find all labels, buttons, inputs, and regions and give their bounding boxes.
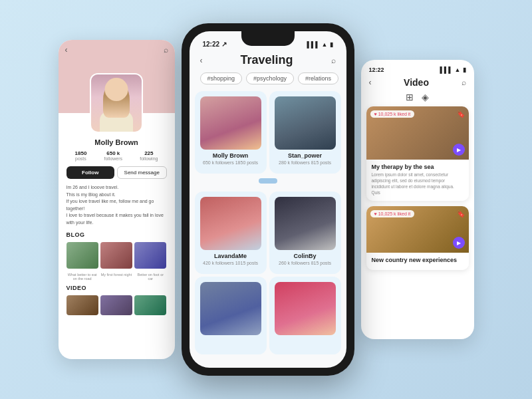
video-back-icon[interactable]: ‹ xyxy=(369,78,372,87)
blog-thumb-2[interactable] xyxy=(100,242,132,269)
posts-label: posts xyxy=(75,156,87,161)
profile-card-colin[interactable]: ColinBy 260 k followers 815 posts xyxy=(269,192,341,274)
video-row xyxy=(66,295,167,315)
blog-grid xyxy=(66,242,167,269)
followers-label: followers xyxy=(104,156,122,161)
blog-section-title: BLOG xyxy=(66,231,167,238)
video-info-1: My therapy by the sea Lorem ipsum dolor … xyxy=(366,160,469,201)
traveling-title: Traveling xyxy=(240,53,293,67)
molly-name: Molly Brown xyxy=(200,152,261,159)
video-thumb-desert: ♥ 10,025 k liked it 🔖 ▶ xyxy=(366,206,469,253)
molly-img xyxy=(200,96,261,150)
video-icons-row: ⊞ ◈ xyxy=(361,92,474,106)
hashtag-relations[interactable]: #relations xyxy=(298,72,338,84)
follow-button[interactable]: Follow xyxy=(66,166,115,179)
following-stat: 225 following xyxy=(140,150,158,161)
video-thumb-1[interactable] xyxy=(66,295,98,315)
grid-icon[interactable]: ⊞ xyxy=(406,92,414,102)
status-time: 12:22 ↗ xyxy=(203,41,227,48)
lavanda-stats: 420 k followers 1015 posts xyxy=(200,261,261,265)
profile-header: ‹ ⌕ xyxy=(59,40,175,113)
stan-stats: 280 k followers 815 posts xyxy=(275,160,336,165)
stan-name: Stan_power xyxy=(275,152,336,159)
stan-img xyxy=(275,96,336,150)
profile-card-5[interactable]: — xyxy=(195,277,267,354)
blog-caption-2: My first forest night xyxy=(100,273,132,281)
bookmark-icon-2[interactable]: 🔖 xyxy=(457,210,465,217)
profile-card-molly[interactable]: Molly Brown 650 k followers 1850 posts xyxy=(195,91,267,174)
gift-icon[interactable]: ◈ xyxy=(422,92,429,102)
video-nav: ‹ Video ⌕ xyxy=(361,76,474,92)
traveling-header: ‹ Traveling ⌕ xyxy=(190,51,346,72)
following-count: 225 xyxy=(140,150,158,156)
v-signal-icon: ▌▌▌ xyxy=(440,66,452,73)
posts-count: 1850 xyxy=(75,150,87,156)
video-time: 12:22 xyxy=(369,66,384,73)
video-card-title-2: New country new experiences xyxy=(372,257,464,263)
video-thumb-2[interactable] xyxy=(100,295,132,315)
traveling-search-icon[interactable]: ⌕ xyxy=(331,56,336,65)
blog-captions: What better to eat on the road My first … xyxy=(66,273,167,281)
video-likes-1: ♥ 10,025 k liked it xyxy=(370,110,415,118)
profile-stats: 1850 posts 650 k followers 225 following xyxy=(66,150,167,161)
video-thumb-3[interactable] xyxy=(134,295,166,315)
traveling-back-icon[interactable]: ‹ xyxy=(200,56,203,65)
toggle-row xyxy=(195,176,341,186)
video-info-2: New country new experiences xyxy=(366,253,469,270)
video-status-icons: ▌▌▌ ▲ ▮ xyxy=(440,66,466,73)
video-card-desc-1: Lorem ipsum dolor sit amet, consectetur … xyxy=(372,172,464,196)
status-icons: ▌▌▌ ▲ ▮ xyxy=(307,41,332,48)
molly-stats: 650 k followers 1850 posts xyxy=(200,160,261,165)
phone-notch xyxy=(241,31,295,46)
scroll-indicator xyxy=(259,178,277,184)
message-button[interactable]: Send message xyxy=(117,166,167,179)
profile-card-stan[interactable]: Stan_power 280 k followers 815 posts xyxy=(269,91,341,174)
traveling-screen: 12:22 ↗ ▌▌▌ ▲ ▮ ‹ Traveling ⌕ #shopping … xyxy=(190,31,346,368)
back-icon[interactable]: ‹ xyxy=(65,45,68,55)
heart-icon-1: ♥ xyxy=(374,112,377,116)
video-card-1[interactable]: ♥ 10,025 k liked it 🔖 ▶ My therapy by th… xyxy=(366,106,469,201)
hashtag-psychology[interactable]: #psychology xyxy=(246,72,294,84)
profile-screen: ‹ ⌕ Molly Brown 1850 posts xyxy=(59,40,175,359)
colin-name: ColinBy xyxy=(275,253,336,259)
video-title: Video xyxy=(404,77,429,88)
followers-count: 650 k xyxy=(104,150,122,156)
hashtag-shopping[interactable]: #shopping xyxy=(200,72,243,84)
signal-icon: ▌▌▌ xyxy=(307,41,319,48)
video-card-title-1: My therapy by the sea xyxy=(372,164,464,170)
following-label: following xyxy=(140,156,158,161)
profile-actions: Follow Send message xyxy=(66,166,167,179)
colin-stats: 260 k followers 815 posts xyxy=(275,261,336,265)
wifi-icon: ▲ xyxy=(322,41,328,48)
colin-img xyxy=(275,197,336,250)
profile-card-6[interactable]: — xyxy=(269,277,341,354)
guy1-img xyxy=(200,282,261,335)
lavanda-name: LavandaMe xyxy=(200,253,261,259)
profile-card-lavanda[interactable]: LavandaMe 420 k followers 1015 posts xyxy=(195,192,267,274)
video-card-2[interactable]: ♥ 10,025 k liked it 🔖 ▶ New country new … xyxy=(366,206,469,270)
video-thumb-sandals: ♥ 10,025 k liked it 🔖 ▶ xyxy=(366,106,469,160)
play-button-1[interactable]: ▶ xyxy=(453,144,465,156)
blog-caption-1: What better to eat on the road xyxy=(66,273,98,281)
video-likes-2: ♥ 10,025 k liked it xyxy=(370,210,415,217)
video-screen: 12:22 ▌▌▌ ▲ ▮ ‹ Video ⌕ ⊞ ◈ ♥ 10,025 k l… xyxy=(361,60,474,339)
blog-caption-3: Better on foot or car xyxy=(134,273,166,281)
video-search-icon[interactable]: ⌕ xyxy=(462,78,466,87)
v-wifi-icon: ▲ xyxy=(455,66,461,73)
blog-thumb-3[interactable] xyxy=(134,242,166,269)
lavanda-img xyxy=(200,197,261,250)
phone-frame: 12:22 ↗ ▌▌▌ ▲ ▮ ‹ Traveling ⌕ #shopping … xyxy=(182,23,354,376)
girl1-img xyxy=(275,282,336,335)
profile-bio: Im 26 and I looove travel. This is my Bl… xyxy=(66,184,167,226)
video-section-title: VIDEO xyxy=(66,285,167,291)
search-icon[interactable]: ⌕ xyxy=(164,45,168,55)
hashtags-row: #shopping #psychology #relations xyxy=(190,72,346,91)
blog-thumb-1[interactable] xyxy=(66,242,98,269)
play-button-2[interactable]: ▶ xyxy=(453,237,465,249)
bookmark-icon-1[interactable]: 🔖 xyxy=(457,110,465,118)
phone-container: 12:22 ↗ ▌▌▌ ▲ ▮ ‹ Traveling ⌕ #shopping … xyxy=(182,23,354,376)
heart-icon-2: ♥ xyxy=(374,211,377,216)
followers-stat: 650 k followers xyxy=(104,150,122,161)
v-battery-icon: ▮ xyxy=(463,66,466,73)
video-status-bar: 12:22 ▌▌▌ ▲ ▮ xyxy=(361,60,474,76)
